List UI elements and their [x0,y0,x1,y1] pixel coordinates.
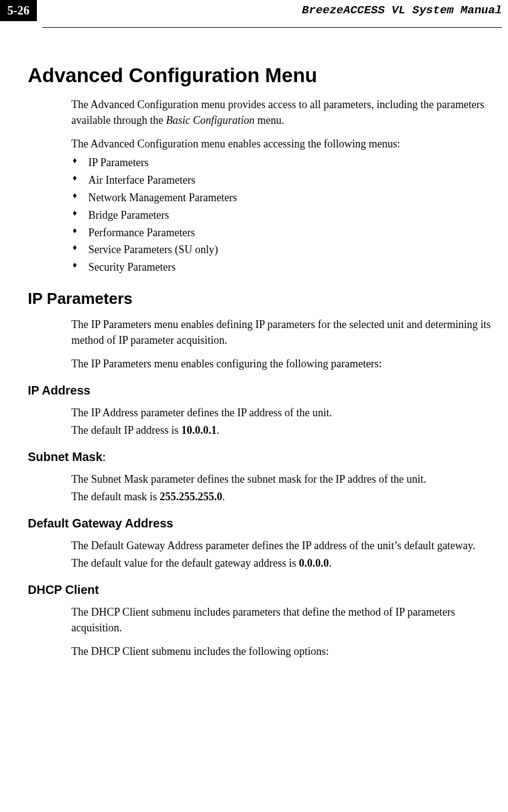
page-header: 5-26 BreezeACCESS VL System Manual [42,0,502,28]
ip-address-line1: The IP Address parameter defines the IP … [71,405,498,420]
page-number-badge: 5-26 [0,0,37,21]
subnet-mask-block: The Subnet Mask parameter defines the su… [71,471,498,504]
ip-address-block: The IP Address parameter defines the IP … [71,405,498,438]
h3-dhcp-client: DHCP Client [28,583,502,597]
dhcp-p1: The DHCP Client submenu includes paramet… [71,604,498,636]
dhcp-block: The DHCP Client submenu includes paramet… [71,604,498,659]
manual-title: BreezeACCESS VL System Manual [302,4,502,17]
default-mask: 255.255.255.0 [160,491,223,503]
page-number: 5-26 [7,4,30,17]
list-item: Network Management Parameters [71,189,498,207]
basic-config-italic: Basic Configuration [166,114,255,126]
menu-list: IP Parameters Air Interface Parameters N… [71,154,498,276]
subnet-mask-line2: The default mask is 255.255.255.0. [71,489,498,504]
list-item: Bridge Parameters [71,207,498,224]
list-item: Performance Parameters [71,224,498,242]
dhcp-p2: The DHCP Client submenu includes the fol… [71,643,498,659]
ip-params-p1: The IP Parameters menu enables defining … [71,317,498,349]
gateway-line1: The Default Gateway Address parameter de… [71,538,498,553]
list-item: IP Parameters [71,154,498,172]
intro-block: The Advanced Configuration menu provides… [71,97,498,276]
subnet-mask-line1: The Subnet Mask parameter defines the su… [71,471,498,487]
intro-paragraph-1: The Advanced Configuration menu provides… [71,97,498,129]
ip-params-p2: The IP Parameters menu enables configuri… [71,356,498,372]
h1-advanced-config: Advanced Configuration Menu [28,64,502,87]
gateway-block: The Default Gateway Address parameter de… [71,538,498,571]
gateway-line2: The default value for the default gatewa… [71,555,498,571]
list-item: Service Parameters (SU only) [71,241,498,259]
h2-ip-parameters: IP Parameters [28,289,502,308]
list-item: Air Interface Parameters [71,172,498,189]
default-ip: 10.0.0.1 [181,424,217,436]
manual-page: 5-26 BreezeACCESS VL System Manual Advan… [0,0,508,812]
default-gateway: 0.0.0.0 [299,557,329,569]
page-content: Advanced Configuration Menu The Advanced… [0,28,508,659]
intro-paragraph-2: The Advanced Configuration menu enables … [71,136,498,152]
h3-ip-address: IP Address [28,384,502,398]
list-item: Security Parameters [71,259,498,276]
ip-address-line2: The default IP address is 10.0.0.1. [71,422,498,438]
h3-default-gateway: Default Gateway Address [28,517,502,530]
h3-subnet-mask: Subnet Mask: [28,450,502,464]
ip-params-block: The IP Parameters menu enables defining … [71,317,498,372]
